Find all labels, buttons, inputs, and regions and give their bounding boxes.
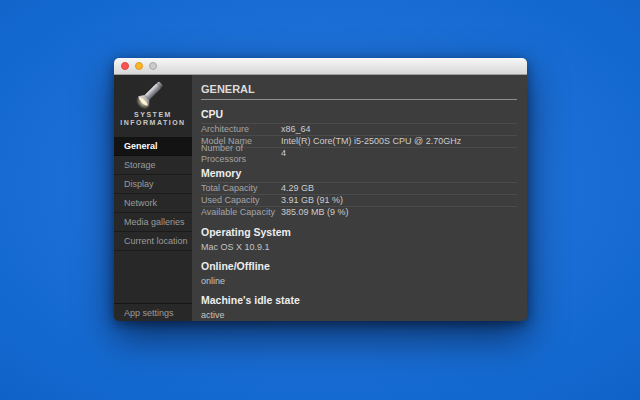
section-value: active [201,310,517,320]
row-value: Intel(R) Core(TM) i5-2500S CPU @ 2.70GHz [281,136,461,147]
page-title: GENERAL [201,83,517,95]
close-button[interactable] [121,62,129,70]
header-divider [201,99,517,100]
app-logo: SYSTEM INFORMATION [114,75,192,137]
row-value: x86_64 [281,124,311,135]
row-value: 4 [281,148,286,159]
system-information-window: SYSTEM INFORMATION GeneralStorageDisplay… [114,58,527,321]
desktop-background: SYSTEM INFORMATION GeneralStorageDisplay… [0,0,640,400]
section-value: online [201,276,517,286]
info-row: Architecturex86_64 [201,123,517,135]
zoom-button[interactable] [149,62,157,70]
row-label: Architecture [201,124,281,135]
minimize-button[interactable] [135,62,143,70]
sidebar-item-display[interactable]: Display [114,175,192,194]
section-memory: MemoryTotal Capacity4.29 GBUsed Capacity… [201,167,517,218]
section-machine-s-idle-state: Machine's idle stateactive [201,294,517,320]
row-label: Available Capacity [201,207,281,218]
row-label: Number of Processors [201,143,281,165]
row-label: Used Capacity [201,195,281,206]
row-value: 4.29 GB [281,183,314,194]
info-row: Available Capacity385.09 MB (9 %) [201,206,517,218]
sidebar-nav: GeneralStorageDisplayNetworkMedia galler… [114,137,192,251]
sections-container: CPUArchitecturex86_64Model NameIntel(R) … [201,108,517,320]
section-title: Machine's idle state [201,294,517,306]
sidebar-item-media-galleries[interactable]: Media galleries [114,213,192,232]
section-operating-system: Operating SystemMac OS X 10.9.1 [201,226,517,252]
flashlight-icon [134,78,172,110]
section-online-offline: Online/Offlineonline [201,260,517,286]
sidebar: SYSTEM INFORMATION GeneralStorageDisplay… [114,75,192,321]
sidebar-item-app-settings[interactable]: App settings [114,303,192,321]
content-panel: GENERAL CPUArchitecturex86_64Model NameI… [192,75,527,321]
section-title: CPU [201,108,517,120]
sidebar-item-current-location[interactable]: Current location [114,232,192,251]
row-value: 3.91 GB (91 %) [281,195,343,206]
sidebar-item-storage[interactable]: Storage [114,156,192,175]
section-title: Online/Offline [201,260,517,272]
row-label: Total Capacity [201,183,281,194]
sidebar-item-network[interactable]: Network [114,194,192,213]
sidebar-spacer [114,251,192,303]
section-title: Memory [201,167,517,179]
section-cpu: CPUArchitecturex86_64Model NameIntel(R) … [201,108,517,159]
section-title: Operating System [201,226,517,238]
sidebar-item-general[interactable]: General [114,137,192,156]
section-value: Mac OS X 10.9.1 [201,242,517,252]
info-row: Number of Processors4 [201,147,517,159]
info-row: Total Capacity4.29 GB [201,182,517,194]
info-row: Used Capacity3.91 GB (91 %) [201,194,517,206]
window-titlebar[interactable] [114,58,527,75]
row-value: 385.09 MB (9 %) [281,207,349,218]
app-title-line2: INFORMATION [114,119,192,127]
app-title-line1: SYSTEM [114,111,192,119]
